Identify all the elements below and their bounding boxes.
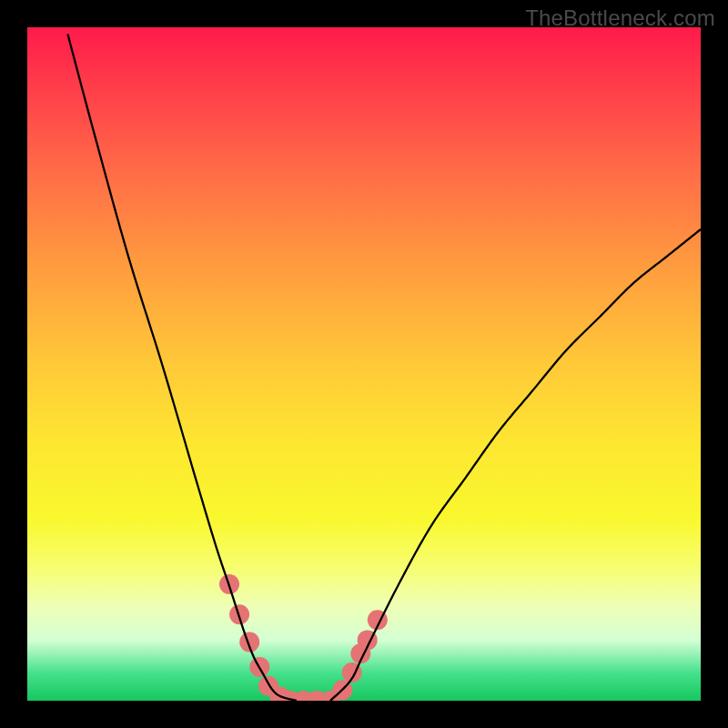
right-curve xyxy=(330,229,701,701)
curve-layer xyxy=(27,27,701,701)
chart-frame: TheBottleneck.com xyxy=(0,0,728,728)
marker-group xyxy=(219,574,388,701)
left-curve xyxy=(67,34,297,701)
plot-area xyxy=(27,27,701,701)
watermark-text: TheBottleneck.com xyxy=(525,5,715,31)
